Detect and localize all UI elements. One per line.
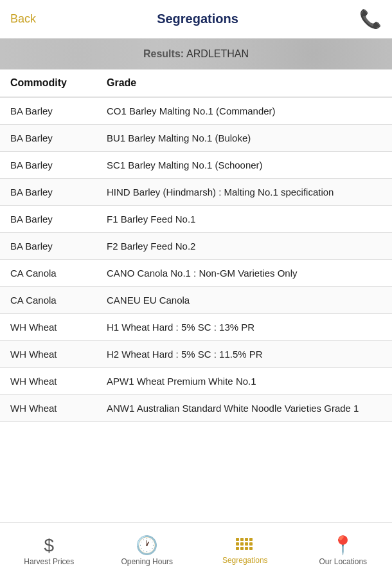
- cell-commodity: CA Canola: [0, 287, 96, 314]
- table-row: WH WheatAPW1 Wheat Premium White No.1: [0, 368, 392, 395]
- nav-item-harvest-prices[interactable]: $ Harvest Prices: [0, 523, 98, 579]
- cell-commodity: BA Barley: [0, 179, 96, 206]
- phone-icon[interactable]: 📞: [359, 8, 382, 30]
- cell-commodity: WH Wheat: [0, 341, 96, 368]
- col-header-commodity: Commodity: [0, 69, 96, 97]
- cell-commodity: BA Barley: [0, 152, 96, 179]
- back-button[interactable]: Back: [10, 12, 36, 26]
- nav-label-our-locations: Our Locations: [319, 557, 367, 566]
- cell-grade: APW1 Wheat Premium White No.1: [96, 368, 392, 395]
- results-label: Results:: [143, 48, 184, 60]
- results-banner: Results: ARDLETHAN: [0, 39, 392, 69]
- cell-grade: H2 Wheat Hard : 5% SC : 11.5% PR: [96, 341, 392, 368]
- location-icon: 📍: [332, 537, 354, 555]
- cell-grade: CO1 Barley Malting No.1 (Commander): [96, 97, 392, 125]
- col-header-grade: Grade: [96, 69, 392, 97]
- cell-commodity: WH Wheat: [0, 395, 96, 422]
- nav-item-segregations[interactable]: Segregations: [196, 523, 294, 579]
- cell-commodity: WH Wheat: [0, 314, 96, 341]
- cell-commodity: BA Barley: [0, 233, 96, 260]
- table-row: BA BarleySC1 Barley Malting No.1 (Schoon…: [0, 152, 392, 179]
- grid-icon: [236, 538, 254, 552]
- page-title: Segregations: [157, 12, 238, 26]
- dollar-icon: $: [44, 537, 54, 555]
- cell-grade: H1 Wheat Hard : 5% SC : 13% PR: [96, 314, 392, 341]
- cell-grade: SC1 Barley Malting No.1 (Schooner): [96, 152, 392, 179]
- nav-label-harvest-prices: Harvest Prices: [24, 557, 74, 566]
- cell-commodity: CA Canola: [0, 260, 96, 287]
- table-row: WH WheatANW1 Australian Standard White N…: [0, 395, 392, 422]
- table-header-row: Commodity Grade: [0, 69, 392, 97]
- nav-label-opening-hours: Opening Hours: [121, 557, 173, 566]
- table-row: BA BarleyF1 Barley Feed No.1: [0, 206, 392, 233]
- cell-commodity: BA Barley: [0, 206, 96, 233]
- nav-label-segregations: Segregations: [222, 556, 268, 565]
- cell-grade: F1 Barley Feed No.1: [96, 206, 392, 233]
- table-row: CA CanolaCANEU EU Canola: [0, 287, 392, 314]
- cell-commodity: BA Barley: [0, 125, 96, 152]
- cell-grade: F2 Barley Feed No.2: [96, 233, 392, 260]
- table-row: WH WheatH1 Wheat Hard : 5% SC : 13% PR: [0, 314, 392, 341]
- segregations-table: Commodity Grade BA BarleyCO1 Barley Malt…: [0, 69, 392, 422]
- table-row: CA CanolaCANO Canola No.1 : Non-GM Varie…: [0, 260, 392, 287]
- table-row: BA BarleyBU1 Barley Malting No.1 (Buloke…: [0, 125, 392, 152]
- table-row: BA BarleyCO1 Barley Malting No.1 (Comman…: [0, 97, 392, 125]
- table-row: WH WheatH2 Wheat Hard : 5% SC : 11.5% PR: [0, 341, 392, 368]
- cell-grade: CANEU EU Canola: [96, 287, 392, 314]
- bottom-nav: $ Harvest Prices 🕐 Opening Hours Segrega…: [0, 522, 392, 579]
- cell-grade: CANO Canola No.1 : Non-GM Varieties Only: [96, 260, 392, 287]
- cell-commodity: WH Wheat: [0, 368, 96, 395]
- table-row: BA BarleyHIND Barley (Hindmarsh) : Malti…: [0, 179, 392, 206]
- clock-icon: 🕐: [136, 537, 158, 555]
- cell-commodity: BA Barley: [0, 97, 96, 125]
- cell-grade: HIND Barley (Hindmarsh) : Malting No.1 s…: [96, 179, 392, 206]
- cell-grade: ANW1 Australian Standard White Noodle Va…: [96, 395, 392, 422]
- table-container: Commodity Grade BA BarleyCO1 Barley Malt…: [0, 69, 392, 522]
- nav-item-opening-hours[interactable]: 🕐 Opening Hours: [98, 523, 197, 579]
- table-row: BA BarleyF2 Barley Feed No.2: [0, 233, 392, 260]
- nav-item-our-locations[interactable]: 📍 Our Locations: [294, 523, 393, 579]
- cell-grade: BU1 Barley Malting No.1 (Buloke): [96, 125, 392, 152]
- header: Back Segregations 📞: [0, 0, 392, 39]
- results-value: ARDLETHAN: [186, 48, 249, 60]
